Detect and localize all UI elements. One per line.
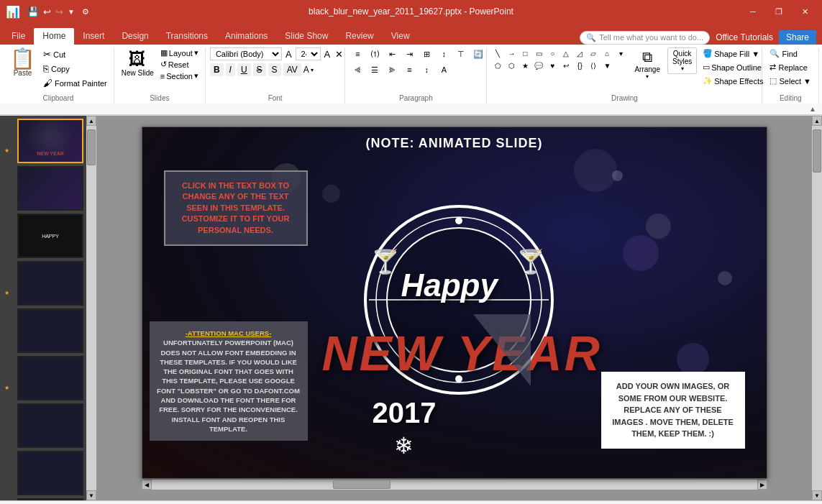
shape-outline-button[interactable]: ▭ Shape Outline [700,61,766,73]
notes-area[interactable]: Click to add notes [0,500,822,504]
tab-design[interactable]: Design [113,28,157,45]
slide-thumb-1[interactable]: NEW YEAR [17,119,83,163]
clear-format-icon[interactable]: ✕ [334,48,344,60]
quick-styles-button[interactable]: Quick Styles ▾ [667,47,697,74]
font-color-btn[interactable]: A [303,65,309,75]
hscroll-right-button[interactable]: ▶ [757,480,767,490]
customize-icon[interactable]: ⚙ [82,7,89,17]
tab-view[interactable]: View [383,28,419,45]
replace-button[interactable]: ⇄ Replace [767,61,810,73]
slide-thumb-5[interactable] [17,308,83,353]
tab-insert[interactable]: Insert [74,28,113,45]
italic-button[interactable]: I [226,63,235,76]
scroll-thumb[interactable] [87,129,96,165]
quick-access-icon[interactable]: ▼ [68,8,75,16]
shape-hex[interactable]: ⬡ [505,60,518,71]
decrease-font-icon[interactable]: A [284,48,293,60]
column-button[interactable]: ⊞ [419,47,434,60]
slide-thumb-7[interactable] [17,403,83,448]
shape-fill-button[interactable]: 🪣 Shape Fill ▼ [700,47,766,60]
tab-transitions[interactable]: Transitions [157,28,216,45]
minimize-button[interactable]: ─ [741,1,764,22]
slide-thumb-6[interactable] [17,356,83,400]
format-painter-button[interactable]: 🖌 Format Painter [41,76,109,90]
tab-slideshow[interactable]: Slide Show [276,28,337,45]
shape-chevron-down[interactable]: ▾ [614,47,627,59]
align-left-button[interactable]: ⫷ [350,63,365,76]
text-direction-button[interactable]: ↕ [436,47,452,60]
select-button[interactable]: ⬚ Select ▼ [767,75,814,87]
decrease-indent-button[interactable]: ⇤ [384,47,400,60]
align-right-button[interactable]: ⫸ [384,63,400,76]
shape-triangle[interactable]: △ [560,47,572,59]
cut-button[interactable]: ✂ Cut [41,47,109,61]
font-color-chevron[interactable]: ▾ [311,67,314,73]
close-button[interactable]: ✕ [793,1,816,22]
justify-button[interactable]: ≡ [401,63,417,76]
align-text-button[interactable]: ⊤ [453,47,469,60]
tell-me-input[interactable]: 🔍 Tell me what you want to do... [580,31,710,45]
slide-thumb-4[interactable] [17,261,83,306]
vscroll-down-button[interactable]: ▼ [812,490,822,500]
redo-icon[interactable]: ↪ [55,6,63,17]
char-spacing-button[interactable]: AV [283,63,301,76]
font-size-select[interactable]: 24 [296,47,321,60]
shadow-button[interactable]: S [268,63,281,76]
save-icon[interactable]: 💾 [27,6,39,17]
ribbon-collapse-icon[interactable]: ▲ [809,105,816,113]
mac-textbox[interactable]: -ATTENTION MAC USERS- UNFORTUNATELY POWE… [150,321,308,441]
shape-more[interactable]: ▼ [600,60,613,71]
increase-font-icon[interactable]: A [323,48,332,60]
shape-rt-tri[interactable]: ◿ [573,47,586,59]
shape-rect[interactable]: □ [519,47,531,59]
scroll-up-button[interactable]: ▲ [86,116,96,126]
font-family-select[interactable]: Calibri (Body) [210,47,282,60]
section-button[interactable]: ≡ Section ▾ [158,70,201,81]
paste-button[interactable]: 📋 Paste [7,47,38,78]
vscroll-up-button[interactable]: ▲ [812,116,822,126]
hscroll-left-button[interactable]: ◀ [142,480,152,490]
find-button[interactable]: 🔍 Find [767,47,800,60]
tab-animations[interactable]: Animations [216,28,276,45]
increase-indent-button[interactable]: ⇥ [401,47,417,60]
slide-thumb-9[interactable] [17,498,83,500]
shape-oval[interactable]: ○ [546,47,559,59]
smartart-button[interactable]: 🔄 [470,47,486,60]
office-tutorials-link[interactable]: Office Tutorials [716,32,773,42]
shape-parallelogram[interactable]: ▱ [587,47,600,59]
shape-bracket[interactable]: {} [573,60,586,71]
bold-button[interactable]: B [210,63,224,76]
shape-arrow[interactable]: → [505,47,518,59]
red-textbox[interactable]: CLICK IN THE TEXT BOX TO CHANGE ANY OF T… [164,170,308,246]
strikethrough-button[interactable]: S [253,63,266,76]
vscroll-thumb[interactable] [813,129,821,173]
arrange-button[interactable]: ⧉ Arrange ▾ [630,47,665,81]
restore-button[interactable]: ❐ [767,1,790,22]
copy-button[interactable]: ⎘ Copy [41,62,109,75]
shape-line[interactable]: ╲ [491,47,504,59]
layout-button[interactable]: ▦ Layout ▾ [158,47,201,58]
reset-button[interactable]: ↺ Reset [158,59,201,70]
shape-pentagon[interactable]: ⬠ [491,60,504,71]
tab-home[interactable]: Home [34,28,74,45]
tab-review[interactable]: Review [337,28,382,45]
bullets-button[interactable]: ≡ [350,47,365,60]
numbering-button[interactable]: ⑴ [367,47,383,60]
shape-callout[interactable]: 💬 [532,60,545,71]
add-images-box[interactable]: ADD YOUR OWN IMAGES, OR SOME FROM OUR WE… [601,372,745,449]
scroll-down-button[interactable]: ▼ [86,490,96,500]
underline-button[interactable]: U [237,63,251,76]
new-slide-button[interactable]: 🖼 New Slide [119,47,157,78]
shape-curve-arrow[interactable]: ↩ [560,60,572,71]
share-button[interactable]: Share [779,30,816,45]
shape-brace[interactable]: ⟨⟩ [587,60,600,71]
shape-trapezoid[interactable]: ⌂ [600,47,613,59]
undo-icon[interactable]: ↩ [43,6,51,17]
shape-rect2[interactable]: ▭ [532,47,545,59]
align-center-button[interactable]: ☰ [367,63,383,76]
slide-canvas[interactable]: (NOTE: ANIMATED SLIDE) CLICK IN THE TEXT… [142,127,767,479]
slide-thumb-3[interactable]: HAPPY [17,214,83,258]
tab-file[interactable]: File [3,28,34,45]
para-color-button[interactable]: A [436,63,452,76]
shape-heart[interactable]: ♥ [546,60,559,71]
